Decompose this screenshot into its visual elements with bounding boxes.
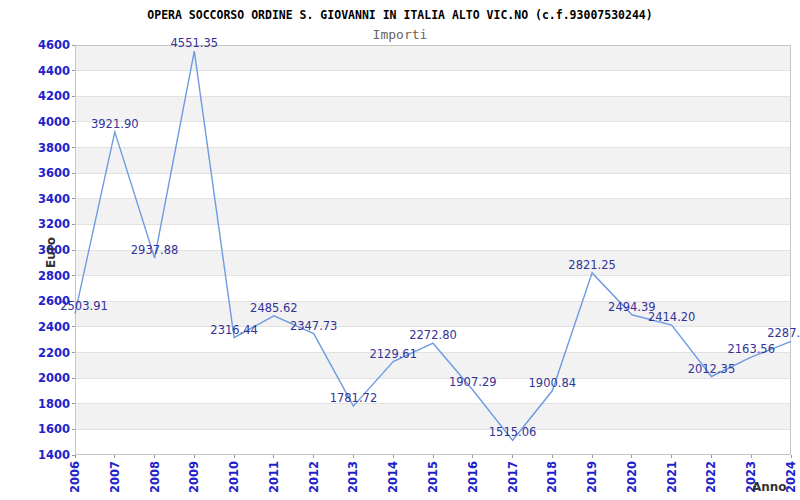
- plot-band: [75, 404, 791, 430]
- x-tick-label: 2021: [665, 461, 679, 493]
- y-tick-label: 2000: [38, 371, 70, 385]
- data-point-label: 4551.35: [171, 36, 219, 50]
- data-point-label: 2414.20: [648, 310, 696, 324]
- y-tick-label: 4600: [38, 38, 70, 52]
- data-point-label: 2272.80: [409, 328, 457, 342]
- data-point-label: 2163.56: [727, 342, 775, 356]
- data-point-label: 2287.50: [767, 326, 800, 340]
- y-tick-label: 4200: [38, 89, 70, 103]
- y-tick-label: 3600: [38, 166, 70, 180]
- data-point-label: 2129.61: [369, 347, 417, 361]
- plot-band: [75, 96, 791, 122]
- x-tick-label: 2017: [506, 461, 520, 493]
- y-tick-label: 4400: [38, 64, 70, 78]
- x-tick-label: 2020: [625, 461, 639, 493]
- x-tick-label: 2014: [386, 461, 400, 493]
- data-point-label: 1900.84: [529, 376, 577, 390]
- x-tick-label: 2010: [227, 461, 241, 493]
- x-tick-label: 2011: [267, 461, 281, 493]
- x-tick-label: 2015: [426, 461, 440, 493]
- y-axis-title: Euro: [44, 225, 57, 281]
- data-point-label: 1907.29: [449, 375, 497, 389]
- y-tick-label: 4000: [38, 115, 70, 129]
- x-tick-label: 2019: [585, 461, 599, 493]
- x-tick-label: 2012: [307, 461, 321, 493]
- x-tick-label: 2006: [68, 461, 82, 493]
- y-tick-label: 3800: [38, 141, 70, 155]
- x-tick-label: 2009: [187, 461, 201, 493]
- data-point-label: 2012.35: [688, 362, 736, 376]
- chart-canvas: OPERA SOCCORSO ORDINE S. GIOVANNI IN ITA…: [0, 0, 800, 500]
- y-tick-label: 1800: [38, 397, 70, 411]
- data-point-label: 2937.88: [131, 243, 179, 257]
- y-tick-label: 1600: [38, 422, 70, 436]
- data-point-label: 2316.44: [210, 323, 258, 337]
- x-tick-label: 2022: [704, 461, 718, 493]
- plot-band: [75, 353, 791, 379]
- data-point-label: 2821.25: [568, 258, 616, 272]
- x-tick-label: 2018: [545, 461, 559, 493]
- plot-band: [75, 199, 791, 225]
- y-tick-label: 2400: [38, 320, 70, 334]
- data-point-label: 1515.06: [489, 425, 537, 439]
- y-tick-label: 2600: [38, 294, 70, 308]
- data-point-label: 1781.72: [330, 391, 378, 405]
- line-chart: 2503.913921.902937.884551.352316.442485.…: [0, 0, 800, 500]
- x-axis-title: Anno: [752, 480, 787, 494]
- x-tick-label: 2013: [346, 461, 360, 493]
- x-tick-label: 2007: [108, 461, 122, 493]
- data-point-label: 3921.90: [91, 117, 139, 131]
- y-tick-label: 3400: [38, 192, 70, 206]
- y-tick-label: 1400: [38, 448, 70, 462]
- data-point-label: 2485.62: [250, 301, 298, 315]
- plot-band: [75, 250, 791, 276]
- x-tick-label: 2008: [148, 461, 162, 493]
- x-tick-label: 2016: [466, 461, 480, 493]
- plot-band: [75, 148, 791, 174]
- data-point-label: 2347.73: [290, 319, 338, 333]
- y-tick-label: 2200: [38, 346, 70, 360]
